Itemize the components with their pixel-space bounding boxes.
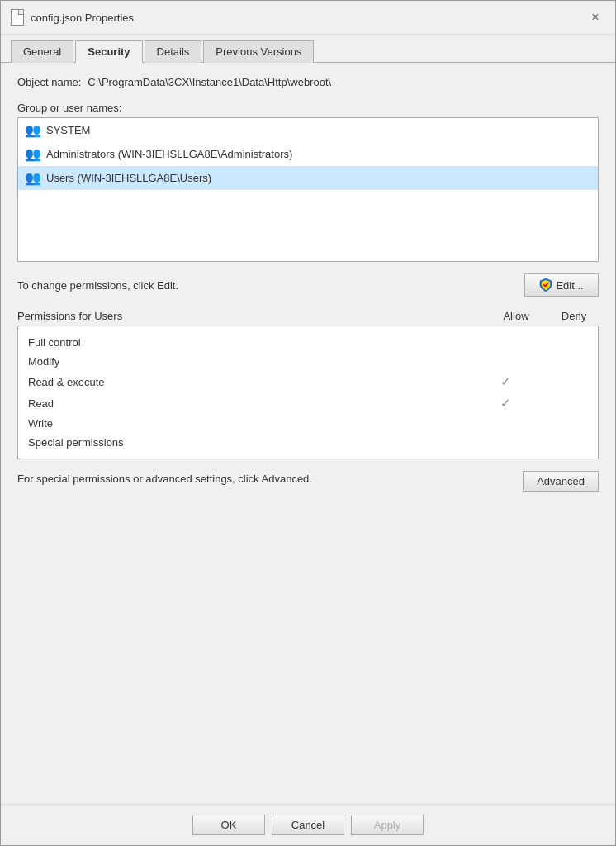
user-name-users: Users (WIN-3IEHSLLGA8E\Users): [46, 172, 211, 184]
perm-write: Write: [28, 414, 588, 433]
users-icon-users: 👥: [25, 170, 41, 186]
tab-security[interactable]: Security: [75, 40, 142, 63]
list-item-administrators[interactable]: 👥 Administrators (WIN-3IEHSLLGA8E\Admini…: [18, 142, 598, 166]
file-icon: [11, 9, 24, 26]
list-item-users[interactable]: 👥 Users (WIN-3IEHSLLGA8E\Users): [18, 166, 598, 190]
perm-special: Special permissions: [28, 433, 588, 452]
user-name-system: SYSTEM: [46, 124, 90, 136]
perm-read-allow: ✓: [472, 396, 538, 411]
deny-header: Deny: [549, 310, 599, 322]
perm-read-execute: Read & execute ✓: [28, 371, 588, 392]
perm-full-control: Full control: [28, 333, 588, 352]
allow-header: Allow: [483, 310, 549, 322]
close-button[interactable]: ×: [585, 7, 605, 27]
edit-button-label: Edit...: [556, 279, 583, 292]
perm-full-control-label: Full control: [28, 336, 472, 349]
users-icon-administrators: 👥: [25, 146, 41, 162]
shield-icon: [539, 278, 552, 292]
users-icon-system: 👥: [25, 122, 41, 138]
object-name-row: Object name: C:\ProgramData\3CX\Instance…: [17, 76, 599, 88]
list-item-system[interactable]: 👥 SYSTEM: [18, 118, 598, 142]
perm-special-label: Special permissions: [28, 436, 472, 449]
perm-modify-label: Modify: [28, 355, 472, 368]
advanced-row: For special permissions or advanced sett…: [17, 471, 599, 492]
edit-button[interactable]: Edit...: [524, 273, 599, 297]
edit-row: To change permissions, click Edit. Edit.…: [17, 273, 599, 297]
tab-general[interactable]: General: [11, 40, 73, 63]
permissions-header-row: Permissions for Users Allow Deny: [17, 310, 599, 322]
edit-hint: To change permissions, click Edit.: [17, 279, 178, 292]
perm-write-label: Write: [28, 417, 472, 430]
perm-read-execute-allow: ✓: [472, 374, 538, 389]
object-name-value: C:\ProgramData\3CX\Instance1\Data\Http\w…: [88, 76, 331, 88]
cancel-button[interactable]: Cancel: [272, 815, 344, 835]
title-bar: config.json Properties ×: [1, 1, 615, 35]
advanced-button-label: Advanced: [537, 475, 585, 487]
tab-content: Object name: C:\ProgramData\3CX\Instance…: [1, 63, 615, 804]
advanced-button[interactable]: Advanced: [523, 471, 599, 492]
footer: OK Cancel Apply: [1, 804, 615, 845]
user-name-administrators: Administrators (WIN-3IEHSLLGA8E\Administ…: [46, 148, 292, 160]
permissions-for-label: Permissions for Users: [17, 310, 483, 322]
permissions-box: Full control Modify Read & execute ✓ Rea…: [17, 326, 599, 459]
users-listbox[interactable]: 👥 SYSTEM 👥 Administrators (WIN-3IEHSLLGA…: [17, 117, 599, 262]
advanced-hint: For special permissions or advanced sett…: [17, 471, 509, 487]
apply-button[interactable]: Apply: [351, 815, 424, 835]
group-users-label: Group or user names:: [17, 102, 599, 114]
perm-read-execute-label: Read & execute: [28, 376, 472, 388]
properties-dialog: config.json Properties × General Securit…: [0, 0, 616, 846]
tabs-container: General Security Details Previous Versio…: [1, 35, 615, 63]
ok-button[interactable]: OK: [192, 815, 265, 835]
perm-read-label: Read: [28, 397, 472, 410]
object-name-label: Object name:: [17, 76, 81, 88]
perm-modify: Modify: [28, 352, 588, 371]
title-bar-left: config.json Properties: [11, 9, 134, 26]
dialog-title: config.json Properties: [31, 12, 134, 24]
tab-previous-versions[interactable]: Previous Versions: [203, 40, 314, 63]
tab-details[interactable]: Details: [145, 40, 202, 63]
perm-read: Read ✓: [28, 392, 588, 414]
